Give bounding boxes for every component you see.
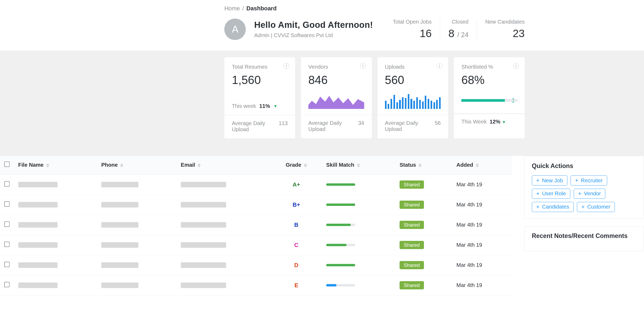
plus-icon: + — [575, 178, 579, 183]
skill-match-bar — [326, 244, 355, 246]
quick-actions-title: Quick Actions — [532, 162, 636, 170]
col-added[interactable]: Added — [452, 156, 512, 175]
col-file[interactable]: File Name — [14, 156, 97, 175]
skill-match-bar — [326, 224, 355, 226]
row-checkbox[interactable] — [4, 221, 10, 227]
redacted-email — [181, 282, 226, 288]
breadcrumb-current: Dashboard — [246, 5, 277, 12]
row-checkbox[interactable] — [4, 282, 10, 288]
grade-cell: D — [271, 255, 322, 275]
greeting: Hello Amit, Good Afternoon! — [254, 20, 373, 30]
added-date: Mar 4th 19 — [452, 255, 512, 275]
grade-cell: B+ — [271, 195, 322, 215]
added-date: Mar 4th 19 — [452, 235, 512, 255]
card-footer-value: 56 — [435, 120, 441, 132]
qa-recruiter[interactable]: +Recruiter — [571, 175, 607, 185]
candidates-table: File Name Phone Email Grade Skill Match … — [0, 156, 512, 295]
added-date: Mar 4th 19 — [452, 175, 512, 195]
card-trend: This week 11% ▼ — [232, 103, 288, 109]
stat-value: 16 — [420, 27, 432, 40]
status-badge: Shared — [400, 261, 424, 269]
table-row[interactable]: ESharedMar 4th 19 — [0, 275, 512, 295]
redacted-email — [181, 182, 226, 188]
redacted-phone — [101, 262, 138, 268]
card-title: Uploads — [385, 64, 441, 70]
plus-icon: + — [578, 191, 581, 197]
stat-open-jobs: Total Open Jobs 16 — [384, 19, 440, 40]
redacted-phone — [101, 182, 138, 188]
avatar[interactable]: A — [224, 19, 246, 40]
skill-match-bar — [326, 264, 355, 266]
card-uploads: i Uploads 560 Average Daily Upload56 — [378, 57, 448, 138]
breadcrumb: Home / Dashboard — [224, 0, 525, 19]
stat-label: New Candidates — [485, 19, 525, 25]
plus-icon: + — [536, 191, 540, 197]
skill-match-bar — [326, 183, 355, 186]
quick-actions-panel: Quick Actions +New Job +Recruiter +User … — [524, 156, 644, 219]
status-badge: Shared — [400, 201, 424, 209]
table-row[interactable]: B+SharedMar 4th 19 — [0, 195, 512, 215]
row-checkbox[interactable] — [4, 201, 10, 207]
redacted-email — [181, 222, 226, 228]
redacted-file — [18, 242, 58, 248]
qa-user-role[interactable]: +User Role — [532, 189, 570, 198]
status-badge: Shared — [400, 221, 424, 229]
stat-value: 23 — [513, 27, 525, 40]
user-subtitle: Admin | CVViZ Softwares Pvt Ltd — [254, 32, 373, 38]
qa-candidates[interactable]: +Candidates — [532, 202, 574, 212]
info-icon[interactable]: i — [513, 63, 519, 69]
stat-closed: Closed 8 / 24 — [440, 19, 477, 40]
grade-cell: B — [271, 215, 322, 235]
added-date: Mar 4th 19 — [452, 215, 512, 235]
redacted-email — [181, 202, 226, 208]
card-title: Shortlisted % — [461, 64, 517, 70]
card-number: 1,560 — [232, 73, 288, 87]
status-badge: Shared — [400, 281, 424, 289]
col-grade[interactable]: Grade — [271, 156, 322, 175]
card-footer-value: 113 — [279, 120, 288, 132]
row-checkbox[interactable] — [4, 241, 10, 247]
table-row[interactable]: DSharedMar 4th 19 — [0, 255, 512, 275]
caret-down-icon: ▼ — [273, 104, 277, 109]
info-icon[interactable]: i — [283, 63, 289, 69]
redacted-file — [18, 182, 58, 188]
card-number: 68% — [461, 73, 517, 87]
row-checkbox[interactable] — [4, 262, 10, 267]
breadcrumb-sep: / — [242, 5, 244, 12]
card-footer-value: 34 — [358, 120, 364, 132]
info-icon[interactable]: i — [437, 63, 443, 69]
stat-label: Closed — [452, 19, 468, 25]
col-skill[interactable]: Skill Match — [322, 156, 396, 175]
qa-new-job[interactable]: +New Job — [532, 175, 567, 185]
skill-match-bar — [326, 204, 355, 206]
plus-icon: + — [536, 204, 540, 210]
col-email[interactable]: Email — [177, 156, 270, 175]
table-row[interactable]: BSharedMar 4th 19 — [0, 215, 512, 235]
info-icon[interactable]: i — [360, 63, 366, 69]
row-checkbox[interactable] — [4, 181, 10, 187]
redacted-phone — [101, 282, 138, 288]
status-badge: Shared — [400, 180, 424, 189]
qa-vendor[interactable]: +Vendor — [574, 189, 606, 198]
grade-cell: E — [271, 275, 322, 295]
table-row[interactable]: A+SharedMar 4th 19 — [0, 175, 512, 195]
redacted-email — [181, 262, 226, 268]
card-total-resumes: i Total Resumes 1,560 This week 11% ▼ Av… — [224, 57, 295, 138]
col-status[interactable]: Status — [396, 156, 452, 175]
redacted-phone — [101, 222, 138, 228]
grade-cell: A+ — [271, 175, 322, 195]
added-date: Mar 4th 19 — [452, 195, 512, 215]
table-row[interactable]: CSharedMar 4th 19 — [0, 235, 512, 255]
select-all-checkbox[interactable] — [4, 161, 10, 167]
qa-customer[interactable]: +Customer — [577, 202, 615, 212]
caret-down-icon: ▼ — [502, 120, 506, 124]
bar-sparkline — [385, 92, 441, 109]
card-title: Vendors — [308, 64, 364, 70]
card-number: 846 — [308, 73, 364, 87]
col-phone[interactable]: Phone — [97, 156, 177, 175]
redacted-phone — [101, 202, 138, 208]
area-sparkline — [308, 92, 364, 109]
breadcrumb-home[interactable]: Home — [224, 5, 240, 12]
stat-value: 8 / 24 — [448, 27, 468, 40]
redacted-phone — [101, 242, 138, 248]
